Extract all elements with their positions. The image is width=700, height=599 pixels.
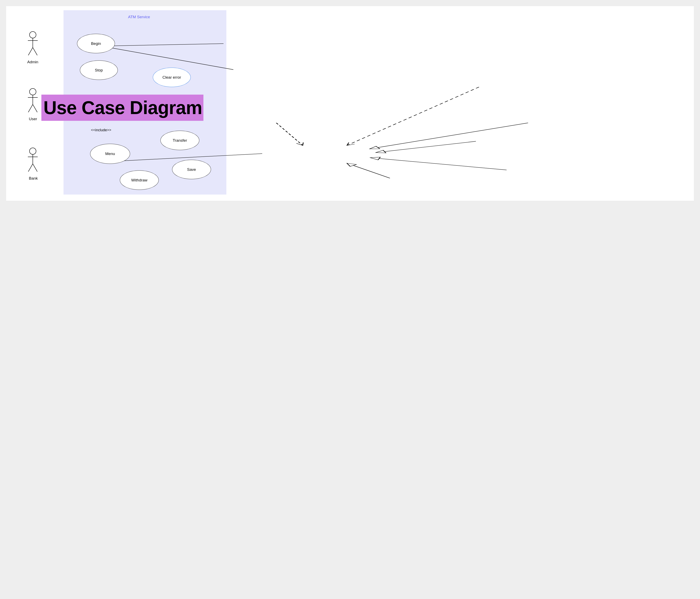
system-title: ATM Service [128, 15, 150, 19]
svg-line-7 [376, 141, 476, 153]
svg-line-24 [33, 164, 37, 172]
overlay-banner-text: Use Case Diagram [44, 97, 202, 119]
svg-line-13 [28, 48, 33, 55]
svg-point-15 [29, 88, 36, 95]
relation-include-label: <<include>> [91, 128, 111, 132]
actor-bank-label: Bank [29, 176, 38, 181]
svg-line-8 [370, 158, 506, 170]
svg-line-6 [370, 123, 528, 149]
actor-user-label: User [29, 117, 37, 121]
svg-line-5 [347, 87, 479, 146]
actor-user-icon [27, 88, 39, 115]
usecase-save: Save [172, 160, 211, 179]
usecase-save-label: Save [187, 167, 196, 172]
usecase-withdraw-label: Withdraw [131, 178, 147, 182]
svg-line-19 [33, 104, 37, 112]
actor-bank-icon [27, 148, 39, 174]
svg-line-23 [28, 164, 33, 172]
svg-line-14 [33, 48, 37, 55]
svg-point-10 [29, 31, 36, 38]
usecase-menu: Menu [90, 144, 130, 164]
actor-admin-icon [27, 31, 39, 58]
usecase-menu-label: Menu [105, 152, 115, 156]
overlay-banner: Use Case Diagram [41, 95, 203, 121]
usecase-clear-error-label: Clear error [162, 75, 181, 80]
usecase-begin: Begin [77, 34, 115, 53]
svg-line-18 [28, 104, 33, 112]
svg-line-9 [347, 163, 390, 178]
diagram-canvas: ATM Service [6, 6, 694, 201]
usecase-stop: Stop [80, 60, 118, 80]
usecase-begin-label: Begin [91, 42, 101, 46]
usecase-clear-error: Clear error [153, 68, 191, 87]
usecase-transfer: Transfer [160, 131, 199, 150]
usecase-withdraw: Withdraw [120, 171, 159, 190]
svg-line-4 [276, 123, 303, 146]
actor-admin-label: Admin [27, 60, 38, 64]
usecase-stop-label: Stop [95, 68, 103, 73]
svg-point-20 [29, 148, 36, 154]
usecase-transfer-label: Transfer [173, 138, 187, 143]
